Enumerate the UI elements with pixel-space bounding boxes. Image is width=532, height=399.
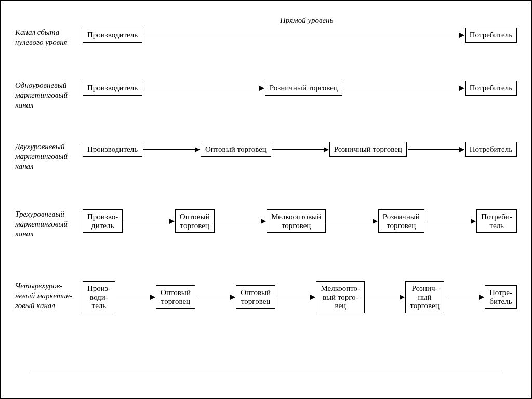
diagram-inner: Канал сбыта нулевого уровня Прямой урове… bbox=[15, 13, 517, 388]
arrow-icon bbox=[408, 149, 464, 150]
node-box: Потребитель bbox=[465, 81, 517, 96]
arrow-icon bbox=[116, 297, 155, 297]
row-label: Канал сбыта нулевого уровня bbox=[15, 28, 78, 47]
row-chain: Производитель Оптовый торговец Розничный… bbox=[83, 142, 517, 157]
node-box: Произво- дитель bbox=[83, 209, 123, 233]
node-box: Потреби- тель bbox=[476, 209, 517, 233]
node-box: Оптовый торговец bbox=[236, 285, 275, 309]
arrow-icon bbox=[272, 149, 328, 150]
row-chain: Произво- дитель Оптовый торговец Мелкооп… bbox=[83, 209, 517, 233]
node-box: Розничный торговец bbox=[329, 142, 407, 157]
node-box: Рознич- ный торговец bbox=[405, 281, 444, 313]
node-box: Потре- битель bbox=[485, 285, 517, 309]
arrow-icon bbox=[124, 221, 174, 221]
node-box: Производитель bbox=[83, 142, 142, 157]
node-box: Потребитель bbox=[465, 142, 517, 157]
node-box: Производитель bbox=[83, 81, 142, 96]
node-box: Производитель bbox=[83, 28, 142, 43]
node-box: Оптовый торговец bbox=[201, 142, 271, 157]
arrow-icon bbox=[196, 297, 235, 297]
row-chain: Прямой уровень Производитель Потребитель bbox=[83, 28, 517, 43]
divider-line bbox=[30, 371, 502, 371]
arrow-icon bbox=[143, 88, 264, 88]
node-box: Мелкооптовый торговец bbox=[267, 209, 326, 233]
row-label: Двухуровневый маркетинговый канал bbox=[15, 142, 78, 171]
node-box: Оптовый торговец bbox=[175, 209, 215, 233]
arrow-icon bbox=[327, 221, 377, 221]
row-chain: Произ- води- тель Оптовый торговец Оптов… bbox=[83, 281, 517, 313]
arrow-icon bbox=[366, 297, 404, 297]
row-chain: Производитель Розничный торговец Потреби… bbox=[83, 81, 517, 96]
node-box: Розничный торговец bbox=[378, 209, 424, 233]
arrow-icon bbox=[276, 297, 315, 297]
node-box: Произ- води- тель bbox=[83, 281, 115, 313]
arrow-icon bbox=[143, 149, 200, 150]
row-label: Одноуровневый маркетинговый канал bbox=[15, 81, 78, 110]
row-label: Трехуровневый маркетинговый канал bbox=[15, 209, 78, 238]
node-box: Розничный торговец bbox=[265, 81, 342, 96]
row-label: Четырехуров-невый маркетин-говый канал bbox=[15, 281, 78, 310]
node-box: Потребитель bbox=[465, 28, 517, 43]
arrow-icon bbox=[143, 35, 464, 35]
row-caption: Прямой уровень bbox=[280, 16, 333, 25]
arrow-icon bbox=[343, 88, 464, 88]
node-box: Оптовый торговец bbox=[156, 285, 195, 309]
arrow-icon bbox=[425, 221, 476, 221]
arrow-icon bbox=[445, 297, 484, 297]
arrow-icon bbox=[216, 221, 266, 221]
diagram-frame: Канал сбыта нулевого уровня Прямой урове… bbox=[0, 0, 532, 399]
node-box: Мелкоопто- вый торго- вец bbox=[316, 281, 365, 313]
